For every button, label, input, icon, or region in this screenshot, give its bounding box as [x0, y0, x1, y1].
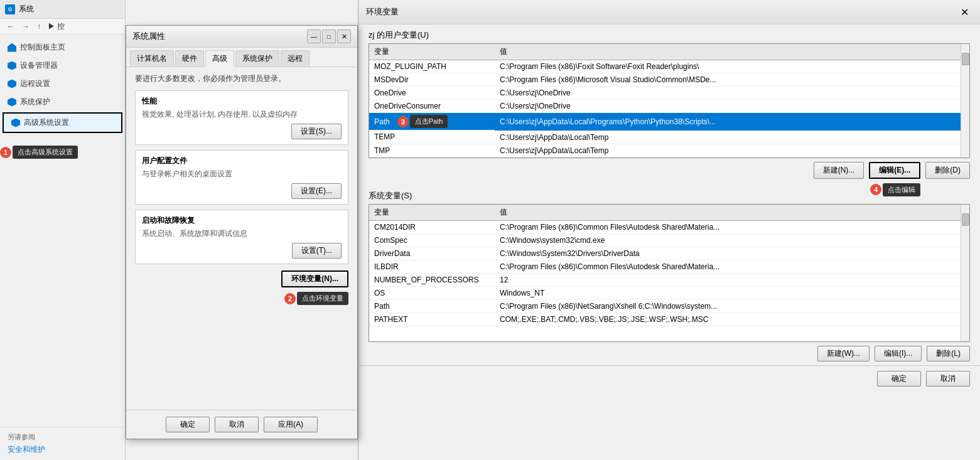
annotation-4: 4 点击编辑: [870, 183, 920, 196]
shield-icon-1: [8, 62, 16, 70]
dialog-footer: 确定 取消 应用(A): [126, 410, 357, 439]
env-panel: 环境变量 ✕ zj 的用户变量(U) 变量 值 MOZ_PLUGIN_PATHC…: [358, 0, 980, 460]
another-section-label: 另请参阅: [8, 432, 117, 442]
nav-bar: ← → ↑ ▶ 控: [0, 19, 125, 35]
dialog-maximize-button[interactable]: □: [322, 29, 336, 43]
dialog-close-button[interactable]: ✕: [337, 29, 351, 43]
startup-recovery-settings-button[interactable]: 设置(T)...: [292, 243, 342, 259]
tab-remote[interactable]: 远程: [281, 50, 310, 67]
performance-section: 性能 视觉效果, 处理器计划, 内存使用, 以及虚拟内存 设置(S)...: [135, 90, 348, 145]
system-properties-dialog: 系统属性 — □ ✕ 计算机名 硬件 高级 系统保护 远程 要进行大多数更改，你…: [126, 25, 358, 439]
system-vars-row-2[interactable]: DriverDataC:\Windows\System32\Drivers\Dr…: [369, 247, 961, 260]
dialog-notice: 要进行大多数更改，你必须作为管理员登录。: [135, 73, 348, 84]
system-vars-row-3[interactable]: ILBDIRC:\Program Files (x86)\Common File…: [369, 260, 961, 273]
breadcrumb: ▶ 控: [48, 21, 65, 32]
user-vars-row-6[interactable]: TMPC:\Users\zj\AppData\Local\Temp: [369, 144, 961, 157]
annotation-1: 1 点击高级系统设置: [0, 146, 78, 159]
system-vars-col-var: 变量: [369, 205, 495, 221]
system-vars-row-7[interactable]: PATHEXTCOM;.EXE;.BAT;.CMD;.VBS;.VBE;.JS;…: [369, 313, 961, 326]
user-vars-row-5[interactable]: TEMPC:\Users\zj\AppData\Local\Temp: [369, 131, 961, 144]
env-close-button[interactable]: ✕: [956, 4, 972, 20]
security-link[interactable]: 安全和维护: [8, 444, 117, 455]
dialog-titlebar-btns: — □ ✕: [307, 29, 351, 43]
sidebar-item-label: 控制面板主页: [20, 42, 65, 53]
dialog-titlebar: 系统属性 — □ ✕: [126, 26, 357, 48]
shield-icon-4: [11, 119, 20, 127]
startup-recovery-desc: 系统启动、系统故障和调试信息: [142, 228, 342, 239]
system-vars-scrollbar[interactable]: [961, 205, 969, 341]
sidebar-item-control-panel-home[interactable]: 控制面板主页: [0, 38, 125, 56]
nav-up-button[interactable]: ↑: [34, 21, 44, 32]
system-vars-btn-row: 新建(W)... 编辑(I)... 删除(L): [358, 342, 980, 365]
system-vars-edit-button[interactable]: 编辑(I)...: [875, 346, 922, 361]
user-vars-row-0[interactable]: MOZ_PLUGIN_PATHC:\Program Files (x86)\Fo…: [369, 60, 961, 73]
system-vars-new-button[interactable]: 新建(W)...: [817, 346, 870, 361]
startup-recovery-section: 启动和故障恢复 系统启动、系统故障和调试信息 设置(T)...: [135, 210, 348, 264]
env-cancel-button[interactable]: 取消: [926, 371, 970, 387]
dialog-apply-button[interactable]: 应用(A): [264, 417, 318, 432]
sidebar-item-system-protection[interactable]: 系统保护: [0, 93, 125, 111]
system-vars-delete-button[interactable]: 删除(L): [927, 346, 970, 361]
user-vars-new-button[interactable]: 新建(N)...: [814, 162, 864, 179]
tab-advanced[interactable]: 高级: [205, 50, 234, 67]
system-vars-row-6[interactable]: PathC:\Program Files (x86)\NetSarang\Xsh…: [369, 299, 961, 313]
user-vars-delete-button[interactable]: 删除(D): [925, 162, 970, 179]
env-footer: 确定 取消: [358, 365, 980, 392]
user-vars-row-2[interactable]: OneDriveC:\Users\zj\OneDrive: [369, 87, 961, 100]
performance-desc: 视觉效果, 处理器计划, 内存使用, 以及虚拟内存: [142, 109, 342, 120]
user-vars-btn-row: 新建(N)... 编辑(E)... 4 点击编辑 删除(D): [358, 158, 980, 183]
user-profiles-section: 用户配置文件 与登录帐户相关的桌面设置 设置(E)...: [135, 150, 348, 205]
system-titlebar: ⚙ 系统: [0, 0, 125, 19]
user-vars-row-1[interactable]: MSDevDirC:\Program Files (x86)\Microsoft…: [369, 73, 961, 87]
dialog-title: 系统属性: [132, 31, 165, 42]
system-vars-row-4[interactable]: NUMBER_OF_PROCESSORS12: [369, 273, 961, 286]
sidebar-item-label: 远程设置: [20, 78, 50, 89]
user-vars-table: 变量 值 MOZ_PLUGIN_PATHC:\Program Files (x8…: [369, 44, 961, 158]
system-vars-col-val: 值: [495, 205, 961, 221]
user-profiles-settings-button[interactable]: 设置(E)...: [291, 183, 342, 199]
system-vars-table: 变量 值 CM2014DIRC:\Program Files (x86)\Com…: [369, 205, 961, 326]
nav-forward-button[interactable]: →: [19, 21, 33, 32]
sidebar-item-label: 高级系统设置: [24, 117, 69, 128]
tab-system-protection[interactable]: 系统保护: [235, 50, 279, 67]
annotation-bubble-4: 点击编辑: [883, 183, 920, 196]
annotation-circle-2: 2: [284, 293, 296, 304]
system-vars-row-1[interactable]: ComSpecC:\Windows\system32\cmd.exe: [369, 233, 961, 247]
annotation-circle-1: 1: [0, 147, 11, 158]
sidebar-item-advanced-system[interactable]: 高级系统设置: [3, 112, 122, 133]
user-vars-scrollbar[interactable]: [961, 44, 969, 158]
annotation-bubble-3: 点击Path: [410, 115, 448, 128]
system-icon: ⚙: [5, 4, 15, 14]
user-vars-row-4[interactable]: Path3点击PathC:\Users\zj\AppData\Local\Pro…: [369, 113, 961, 131]
user-vars-label: zj 的用户变量(U): [358, 24, 980, 43]
another-section: 另请参阅 安全和维护: [0, 427, 125, 460]
annotation-2: 2 点击环境变量: [284, 292, 348, 305]
sidebar-item-label: 系统保护: [20, 97, 50, 107]
dialog-ok-button[interactable]: 确定: [166, 417, 210, 432]
user-profiles-desc: 与登录帐户相关的桌面设置: [142, 169, 342, 179]
system-vars-row-0[interactable]: CM2014DIRC:\Program Files (x86)\Common F…: [369, 220, 961, 233]
performance-settings-button[interactable]: 设置(S)...: [291, 124, 342, 139]
dialog-minimize-button[interactable]: —: [307, 29, 321, 43]
sidebar-item-label: 设备管理器: [20, 60, 58, 71]
system-vars-row-5[interactable]: OSWindows_NT: [369, 286, 961, 299]
env-variables-button[interactable]: 环境变量(N)...: [281, 270, 348, 287]
user-vars-edit-button[interactable]: 编辑(E)...: [869, 162, 920, 179]
system-title: 系统: [19, 4, 34, 14]
env-titlebar: 环境变量 ✕: [358, 0, 980, 24]
sidebar-item-remote-settings[interactable]: 远程设置: [0, 75, 125, 93]
shield-icon-3: [8, 98, 16, 107]
annotation-circle-3: 3: [397, 116, 409, 127]
user-vars-row-3[interactable]: OneDriveConsumerC:\Users\zj\OneDrive: [369, 100, 961, 113]
dialog-cancel-button[interactable]: 取消: [215, 417, 259, 432]
performance-title: 性能: [142, 96, 342, 107]
startup-recovery-title: 启动和故障恢复: [142, 215, 342, 226]
sidebar: 控制面板主页 设备管理器 远程设置 系统保护 高级系统设置: [0, 35, 125, 427]
sidebar-item-device-manager[interactable]: 设备管理器: [0, 56, 125, 75]
shield-icon-2: [8, 80, 16, 88]
annotation-circle-4: 4: [870, 184, 881, 195]
env-ok-button[interactable]: 确定: [877, 371, 921, 387]
tab-hardware[interactable]: 硬件: [175, 50, 204, 67]
tab-computer-name[interactable]: 计算机名: [130, 50, 174, 67]
nav-back-button[interactable]: ←: [4, 21, 18, 32]
